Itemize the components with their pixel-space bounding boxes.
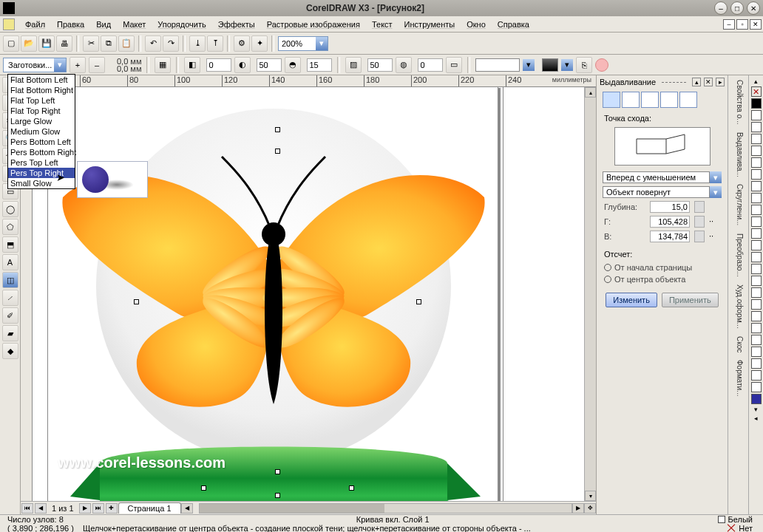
selection-handle[interactable] (275, 493, 280, 498)
menu-text[interactable]: Текст (366, 18, 399, 31)
extrude-light-icon[interactable] (641, 92, 659, 108)
color-swatch[interactable] (751, 205, 762, 215)
menu-effects[interactable]: Эффекты (212, 18, 261, 31)
interactive-tool[interactable]: ◫ (2, 272, 18, 288)
status-outline[interactable]: Нет (727, 524, 760, 532)
color-swatch[interactable] (751, 287, 762, 298)
zoom-combo[interactable]: ▾ (278, 36, 328, 51)
docker-tab[interactable]: Худ.оформ... (733, 282, 744, 332)
extrude-color-icon[interactable] (660, 92, 678, 108)
color-swatch[interactable] (751, 347, 762, 357)
h-input[interactable]: 105,428 (650, 216, 690, 228)
preset-option[interactable]: Medium Glow (8, 126, 75, 137)
color-swatch[interactable] (751, 335, 762, 345)
preset-option[interactable]: Flat Bottom Left (8, 75, 75, 85)
dropdown-icon[interactable]: ▾ (710, 186, 722, 198)
color-swatch[interactable] (751, 216, 762, 227)
mdi-close-button[interactable]: ✕ (750, 19, 762, 30)
vertical-scrollbar[interactable]: ▴ ▾ (584, 87, 596, 501)
menu-bitmaps[interactable]: Растровые изображения (261, 18, 366, 31)
depth-input[interactable]: 15,0 (650, 201, 690, 213)
preset-option[interactable]: Large Glow (8, 116, 75, 126)
v-spinner[interactable] (694, 231, 705, 242)
preset-dropdown-icon[interactable]: ▾ (54, 58, 66, 72)
dropdown-icon[interactable]: ▾ (710, 171, 722, 183)
no-color-swatch[interactable]: ✕ (751, 86, 762, 97)
add-page-button[interactable]: ✚ (106, 503, 118, 514)
shadow-color-swatch[interactable] (475, 58, 520, 72)
drawing-canvas[interactable]: ✕ (33, 87, 584, 501)
prev-page-button[interactable]: ◀ (35, 503, 47, 514)
app-launcher-button[interactable]: ⚙ (234, 35, 250, 52)
scroll-down-button[interactable]: ▾ (585, 491, 596, 501)
extrude-preview[interactable] (614, 127, 711, 166)
redo-button[interactable]: ↷ (163, 35, 179, 52)
hscroll-right-button[interactable]: ▶ (572, 503, 584, 514)
docker-close-button[interactable]: ✕ (704, 78, 713, 86)
color-swatch[interactable] (751, 382, 762, 392)
opacity-icon[interactable]: ▨ (345, 57, 362, 73)
color-swatch[interactable] (751, 146, 762, 156)
status-fill[interactable]: Белый (718, 515, 760, 524)
palette-up-button[interactable]: ▴ (751, 77, 762, 86)
shadow-color2-swatch[interactable] (542, 58, 558, 72)
vp-mode-combo[interactable]: Объект повернут (603, 186, 710, 198)
color-swatch[interactable] (751, 370, 762, 381)
docker-tab[interactable]: Свойства о... (733, 77, 744, 128)
ellipse-tool[interactable]: ◯ (2, 201, 18, 217)
docker-collapse-button[interactable]: ▴ (692, 78, 701, 86)
mdi-restore-button[interactable]: ▫ (736, 19, 748, 30)
color-swatch[interactable] (751, 228, 762, 239)
scroll-up-button[interactable]: ▴ (585, 87, 596, 98)
preset-combo[interactable]: Заготовки... ▾ (3, 58, 67, 72)
fade-icon[interactable]: ◓ (285, 57, 301, 73)
prop-input-3[interactable] (307, 58, 332, 72)
shadow-color2-dropdown[interactable]: ▾ (561, 59, 573, 71)
zoom-dropdown-icon[interactable]: ▾ (316, 37, 328, 50)
color-swatch[interactable] (751, 358, 762, 369)
menu-edit[interactable]: Правка (51, 18, 90, 31)
color-swatch[interactable] (751, 252, 762, 262)
prop-input-5[interactable] (418, 58, 443, 72)
palette-expand-button[interactable]: ◂ (751, 414, 762, 423)
copy-button[interactable]: ⧉ (101, 35, 117, 52)
basic-shapes-tool[interactable]: ⬒ (2, 236, 18, 253)
selection-handle[interactable] (201, 485, 206, 491)
feather-icon[interactable]: ◐ (234, 57, 251, 73)
copy-properties-button[interactable]: ⎘ (576, 57, 592, 73)
menu-window[interactable]: Окно (461, 18, 492, 31)
last-page-button[interactable]: ⏭ (92, 503, 104, 514)
selection-center-icon[interactable]: ✕ (273, 297, 280, 307)
text-tool[interactable]: A (2, 254, 18, 270)
undo-button[interactable]: ↶ (145, 35, 161, 52)
menu-tools[interactable]: Инструменты (399, 18, 461, 31)
extrude-bevel-icon[interactable] (679, 92, 697, 108)
color-swatch[interactable] (751, 157, 762, 168)
page-tab[interactable]: Страница 1 (118, 502, 181, 514)
color-swatch[interactable] (751, 299, 762, 310)
color-swatch[interactable] (751, 276, 762, 286)
preset-option[interactable]: Flat Top Left (8, 95, 75, 106)
import-button[interactable]: ⤓ (189, 35, 206, 52)
interactive-fill-tool[interactable]: ◆ (2, 343, 18, 359)
menu-help[interactable]: Справка (492, 18, 535, 31)
next-page-button[interactable]: ▶ (79, 503, 91, 514)
docker-tab[interactable]: Выдавлива... (733, 129, 744, 180)
close-button[interactable]: ✕ (747, 1, 760, 15)
color-swatch[interactable] (751, 134, 762, 144)
color-swatch[interactable] (751, 394, 762, 404)
color-swatch[interactable] (751, 193, 762, 203)
color-swatch[interactable] (751, 110, 762, 120)
reference-option-2[interactable]: От центра объекта (597, 273, 728, 285)
v-input[interactable]: 134,784 (650, 231, 690, 242)
extrude-rotation-icon[interactable] (622, 92, 640, 108)
hscroll-left-button[interactable]: ◀ (181, 503, 193, 514)
preset-option[interactable]: Pers Bottom Right (8, 147, 75, 157)
docker-tab[interactable]: Преобразо... (733, 231, 744, 280)
clear-shadow-button[interactable] (595, 58, 608, 72)
prop-input-1[interactable] (206, 58, 231, 72)
preset-option[interactable]: Pers Bottom Left (8, 137, 75, 147)
pan-button[interactable]: ✥ (584, 503, 596, 514)
preset-dropdown-list[interactable]: Flat Bottom Left Flat Bottom Right Flat … (7, 74, 75, 189)
blur-icon[interactable]: ◍ (396, 57, 412, 73)
